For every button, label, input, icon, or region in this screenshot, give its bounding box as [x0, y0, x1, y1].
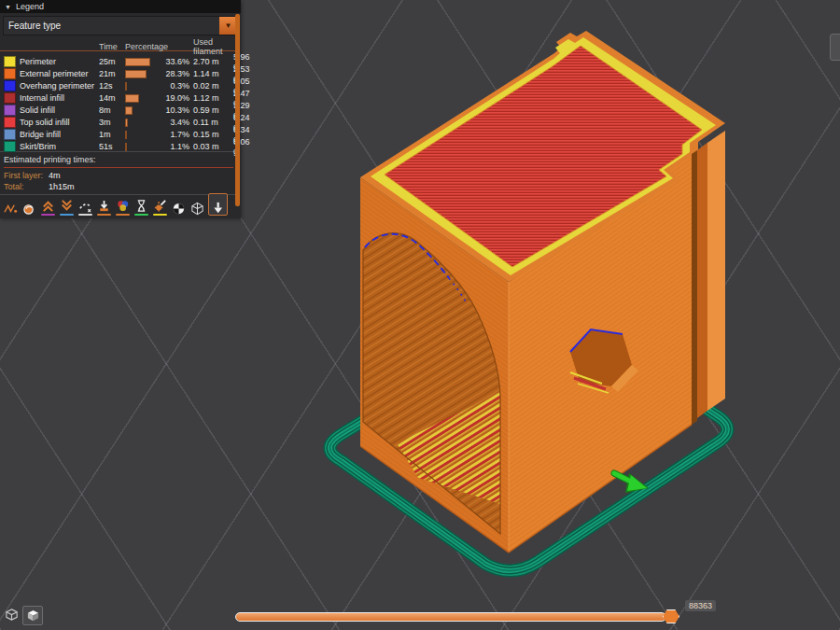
feature-percentage: 0.3% — [161, 81, 193, 91]
toggles-separator — [0, 194, 237, 195]
tool-marker-icon[interactable] — [208, 193, 228, 216]
feature-time: 3m — [99, 118, 125, 127]
rows-separator — [0, 151, 237, 152]
feature-time: 8m — [99, 105, 125, 115]
feature-percentage: 28.3% — [161, 69, 193, 78]
feature-time: 14m — [99, 93, 125, 103]
travels-icon[interactable] — [3, 198, 19, 216]
feature-color-swatch — [4, 117, 16, 128]
percentage-bar — [125, 119, 161, 127]
preview-view-icon[interactable] — [22, 606, 43, 625]
deretractions-icon[interactable] — [59, 198, 75, 216]
percentage-bar — [125, 58, 161, 66]
first-layer-row: First layer: 4m — [4, 170, 237, 181]
feature-color-swatch — [4, 56, 16, 67]
feature-label: Bridge infill — [20, 130, 99, 139]
color-changes-icon[interactable] — [115, 198, 131, 216]
shells-icon[interactable] — [171, 198, 187, 216]
printing-times-block: Estimated printing times: First layer: 4… — [0, 153, 241, 192]
feature-color-swatch — [4, 105, 16, 116]
side-rail — [692, 131, 725, 425]
first-layer-value: 4m — [49, 170, 237, 181]
moves-slider-track[interactable] — [235, 612, 666, 622]
feature-length: 2.70 m — [193, 57, 233, 66]
feature-time: 21m — [99, 69, 125, 78]
feature-percentage: 1.7% — [161, 130, 193, 139]
feature-percentage: 19.0% — [161, 93, 193, 103]
retractions-icon[interactable] — [40, 198, 56, 216]
feature-label: Overhang perimeter — [20, 81, 99, 91]
tool-changes-icon[interactable] — [96, 198, 112, 216]
feature-label: Skirt/Brim — [20, 142, 99, 151]
feature-label: Internal infill — [20, 93, 99, 103]
feature-length: 0.03 m — [193, 142, 233, 151]
percentage-bar — [125, 143, 161, 151]
feature-percentage: 33.6% — [161, 57, 193, 66]
feature-color-swatch — [4, 80, 16, 91]
column-header-time: Time — [99, 42, 125, 51]
feature-percentage: 1.1% — [161, 142, 193, 151]
feature-label: Solid infill — [20, 105, 99, 115]
feature-type-value: Feature type — [4, 17, 237, 35]
total-value: 1h15m — [49, 181, 237, 192]
feature-color-swatch — [4, 141, 16, 152]
feature-color-swatch — [4, 68, 16, 79]
cube-wireframe-icon[interactable] — [189, 198, 205, 216]
feature-time: 51s — [99, 142, 125, 151]
printing-times-heading: Estimated printing times: — [4, 154, 237, 165]
percentage-bar — [125, 131, 161, 139]
wipes-icon[interactable] — [21, 198, 37, 216]
feature-time: 25m — [99, 57, 125, 66]
editor-view-icon[interactable] — [2, 606, 21, 623]
feature-length: 0.02 m — [193, 81, 233, 91]
feature-label: Top solid infill — [20, 118, 99, 127]
printing-times-separator — [4, 167, 233, 168]
feature-length: 0.59 m — [193, 105, 233, 115]
feature-length: 0.11 m — [193, 118, 233, 127]
feature-color-swatch — [4, 129, 16, 140]
feature-type-select[interactable]: Feature type ▼ — [3, 16, 238, 35]
pause-prints-icon[interactable] — [133, 198, 149, 216]
column-header-percentage: Percentage — [125, 42, 193, 51]
moves-slider-value: 88363 — [685, 600, 716, 611]
seams-icon[interactable] — [77, 198, 93, 216]
feature-length: 0.15 m — [193, 130, 233, 139]
percentage-bar — [125, 82, 161, 91]
feature-time: 1m — [99, 130, 125, 139]
total-label: Total: — [4, 181, 49, 192]
legend-titlebar[interactable]: ▼ Legend — [0, 0, 241, 13]
chevron-down-icon: ▼ — [225, 21, 232, 30]
legend-rows: Perimeter25m33.6%2.70 m5.96 gExternal pe… — [0, 52, 241, 149]
percentage-bar — [125, 94, 161, 103]
collapse-triangle-icon[interactable]: ▼ — [5, 4, 11, 10]
feature-color-swatch — [4, 92, 16, 104]
feature-percentage: 10.3% — [161, 105, 193, 115]
feature-length: 1.14 m — [193, 69, 233, 78]
layer-slider-tooltip — [830, 34, 840, 61]
view-switch — [2, 606, 43, 625]
legend-scrollbar[interactable] — [235, 14, 240, 206]
view-option-toggles — [0, 196, 241, 218]
percentage-bar — [125, 106, 161, 115]
legend-title: Legend — [16, 2, 44, 11]
feature-label: External perimeter — [20, 69, 99, 78]
custom-gcodes-icon[interactable] — [152, 198, 168, 216]
feature-label: Perimeter — [20, 57, 99, 66]
legend-column-headers: Time Percentage Used filament — [0, 37, 241, 49]
feature-percentage: 3.4% — [161, 118, 193, 127]
first-layer-label: First layer: — [4, 170, 49, 181]
feature-time: 12s — [99, 81, 125, 91]
feature-length: 1.12 m — [193, 93, 233, 103]
legend-panel: ▼ Legend Feature type ▼ Time Percentage … — [0, 0, 241, 218]
percentage-bar — [125, 70, 161, 78]
total-time-row: Total: 1h15m — [4, 181, 237, 192]
